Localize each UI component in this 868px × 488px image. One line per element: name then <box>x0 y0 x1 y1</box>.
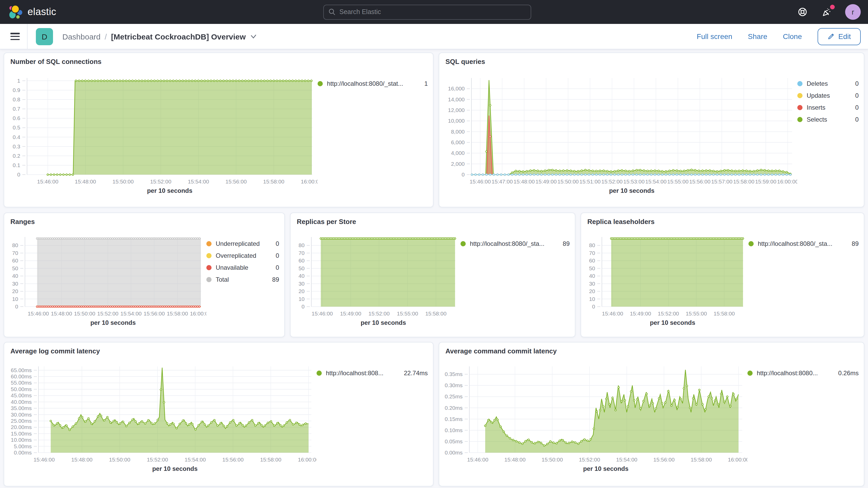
chart-ranges[interactable]: 0102030405060708015:46:0015:48:0015:50:0… <box>7 225 206 333</box>
svg-text:15:52:00: 15:52:00 <box>97 310 119 316</box>
menu-icon[interactable] <box>10 33 20 40</box>
divider <box>27 24 28 49</box>
svg-text:0.4: 0.4 <box>13 134 21 140</box>
svg-text:15:52:00: 15:52:00 <box>658 310 679 316</box>
legend-item[interactable]: Updates0 <box>797 92 859 99</box>
legend-label: http://localhost:8080/_sta... <box>758 240 832 247</box>
chart-avg-log-commit-latency[interactable]: 0.00ms5.00ms10.00ms15.00ms20.00ms25.00ms… <box>7 355 316 479</box>
panel-title[interactable]: Ranges <box>4 213 284 225</box>
svg-text:15:51:00: 15:51:00 <box>580 179 601 184</box>
panel-title[interactable]: Average log commit latency <box>4 342 433 355</box>
legend-value: 0 <box>850 116 859 123</box>
notification-dot <box>830 5 835 9</box>
svg-text:15:49:00: 15:49:00 <box>630 310 651 316</box>
newsfeed-icon[interactable] <box>821 7 832 17</box>
svg-text:15:56:00: 15:56:00 <box>653 457 675 462</box>
svg-text:10: 10 <box>12 296 18 302</box>
svg-text:0: 0 <box>592 304 595 309</box>
legend-item[interactable]: http://localhost:8080...0.26ms <box>747 369 859 377</box>
svg-text:15:54:00: 15:54:00 <box>185 457 206 462</box>
full-screen-button[interactable]: Full screen <box>697 32 732 40</box>
svg-text:30: 30 <box>589 281 595 286</box>
legend-label: Inserts <box>807 104 826 111</box>
search-input[interactable] <box>339 8 526 16</box>
chart-replicas-per-store[interactable]: 0102030405060708015:46:0015:49:0015:52:0… <box>294 225 461 333</box>
svg-text:50: 50 <box>299 265 305 271</box>
legend-item[interactable]: Unavailable0 <box>206 264 279 271</box>
help-icon[interactable] <box>797 7 808 17</box>
panel-avg-command-commit-latency: Average command commit latency 0.00ms0.0… <box>439 342 864 486</box>
legend-item[interactable]: http://localhost:8080/_sta...89 <box>461 240 570 247</box>
legend-item[interactable]: Total89 <box>206 276 279 283</box>
legend-color-dot <box>317 81 323 86</box>
svg-text:8,000: 8,000 <box>451 129 465 134</box>
chart-sql-connections[interactable]: 00.10.20.30.40.50.60.70.80.9115:46:0015:… <box>7 65 317 201</box>
user-avatar[interactable]: r <box>845 4 861 20</box>
svg-text:60.00ms: 60.00ms <box>11 373 32 379</box>
svg-text:15:48:00: 15:48:00 <box>51 310 72 316</box>
legend-value: 0 <box>850 80 859 87</box>
clone-button[interactable]: Clone <box>783 32 802 40</box>
chart-avg-command-commit-latency[interactable]: 0.00ms0.05ms0.10ms0.15ms0.20ms0.25ms0.30… <box>442 355 747 479</box>
dashboard-toolbar: D Dashboard / [Metricbeat CockroachDB] O… <box>0 24 868 49</box>
svg-text:70: 70 <box>299 250 305 256</box>
legend-item[interactable]: Deletes0 <box>797 80 859 87</box>
svg-text:1: 1 <box>17 78 20 84</box>
share-button[interactable]: Share <box>748 32 768 40</box>
svg-text:0: 0 <box>15 304 18 309</box>
breadcrumb-dashboard[interactable]: Dashboard <box>62 32 100 41</box>
svg-text:0.20ms: 0.20ms <box>445 405 463 411</box>
chart-svg: 0102030405060708015:46:0015:49:0015:52:0… <box>294 231 461 331</box>
legend-item[interactable]: Underreplicated0 <box>206 240 279 247</box>
panel-title[interactable]: Number of SQL connections <box>4 53 433 65</box>
chart-svg: 00.10.20.30.40.50.60.70.80.9115:46:0015:… <box>7 71 317 199</box>
svg-text:16:00:00: 16:00:00 <box>298 457 316 462</box>
svg-text:15:59:00: 15:59:00 <box>755 179 777 184</box>
svg-text:15:52:00: 15:52:00 <box>601 179 623 184</box>
chart-sql-queries[interactable]: 02,0004,0006,0008,00010,00012,00014,0001… <box>442 65 797 201</box>
legend-label: http://localhost:8080/_sta... <box>470 240 545 247</box>
chart-legend: http://localhost:8080/_stat...1 <box>317 65 428 201</box>
svg-text:15:49:00: 15:49:00 <box>340 310 361 316</box>
search-icon <box>329 8 336 16</box>
legend-label: Total <box>216 276 229 283</box>
svg-text:0: 0 <box>302 304 305 309</box>
legend-item[interactable]: http://localhost:8080/_sta...89 <box>748 240 859 247</box>
top-header: elastic <box>0 0 868 24</box>
elastic-brand[interactable]: elastic <box>7 4 56 20</box>
svg-text:0.25ms: 0.25ms <box>445 393 463 399</box>
chart-svg: 0102030405060708015:46:0015:49:0015:52:0… <box>584 231 748 331</box>
svg-text:15:46:00: 15:46:00 <box>37 179 59 184</box>
panel-title[interactable]: SQL queries <box>439 53 864 65</box>
panel-title[interactable]: Replica leaseholders <box>581 213 864 225</box>
svg-text:50: 50 <box>12 265 18 271</box>
legend-value: 0 <box>850 92 859 99</box>
legend-item[interactable]: Selects0 <box>797 116 859 123</box>
svg-text:16:00:00: 16:00:00 <box>777 179 797 184</box>
svg-text:15:48:00: 15:48:00 <box>75 179 96 184</box>
svg-text:20: 20 <box>12 288 18 294</box>
panel-sql-connections: Number of SQL connections 00.10.20.30.40… <box>4 53 433 207</box>
legend-item[interactable]: http://localhost:8080/_stat...1 <box>317 80 428 87</box>
svg-text:15:52:00: 15:52:00 <box>369 310 390 316</box>
svg-text:20: 20 <box>589 288 595 294</box>
panel-title[interactable]: Replicas per Store <box>290 213 575 225</box>
legend-value: 0 <box>271 264 279 271</box>
legend-item[interactable]: Inserts0 <box>797 104 859 111</box>
edit-button[interactable]: Edit <box>817 28 861 45</box>
legend-item[interactable]: http://localhost:808...22.74ms <box>316 369 428 377</box>
legend-item[interactable]: Overreplicated0 <box>206 252 279 259</box>
space-badge[interactable]: D <box>36 28 53 45</box>
chevron-down-icon[interactable] <box>250 33 257 40</box>
legend-label: Deletes <box>807 80 828 87</box>
page-title[interactable]: [Metricbeat CockroachDB] Overview <box>111 32 246 41</box>
svg-text:15:46:00: 15:46:00 <box>28 310 49 316</box>
svg-text:15:50:00: 15:50:00 <box>113 179 134 184</box>
svg-text:per 10 seconds: per 10 seconds <box>152 465 198 472</box>
global-search[interactable] <box>323 4 531 20</box>
chart-replica-leaseholders[interactable]: 0102030405060708015:46:0015:49:0015:52:0… <box>584 225 748 333</box>
panel-title[interactable]: Average command commit latency <box>439 342 864 355</box>
panel-ranges: Ranges 0102030405060708015:46:0015:48:00… <box>4 213 285 337</box>
svg-text:15:52:00: 15:52:00 <box>150 179 172 184</box>
legend-label: Unavailable <box>216 264 248 271</box>
